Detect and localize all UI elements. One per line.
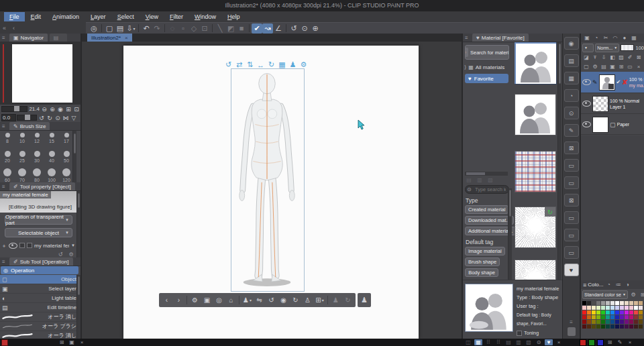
subtool-brush-item[interactable]: オーラ 消し	[0, 312, 80, 322]
brush-size-8[interactable]: 8	[0, 131, 15, 143]
color-swatch[interactable]	[615, 306, 619, 310]
body-shape-icon[interactable]: ♟▾	[241, 294, 253, 306]
selected-material-thumbnail[interactable]	[465, 284, 513, 332]
edit-color-set-icon[interactable]: ⚙	[629, 292, 637, 298]
brush-size-17[interactable]: 17	[59, 131, 74, 143]
navigator-rotate-value[interactable]: 0.0	[1, 114, 16, 121]
tab-subview[interactable]: ▤	[50, 34, 67, 42]
rotate-left-icon[interactable]: ↺	[38, 115, 46, 121]
material-image-icon[interactable]: ▭	[564, 211, 579, 224]
eye-icon[interactable]	[582, 79, 591, 85]
layer-property-tab-icon[interactable]: ◔	[592, 35, 600, 41]
layer-row-paper[interactable]: ▢ Paper	[581, 115, 644, 135]
default-tag-filter-button[interactable]: Brush shape	[465, 257, 500, 266]
color-set-combo[interactable]: Standard color set ▼	[582, 290, 628, 299]
folder-edit-icon[interactable]: ▧	[486, 177, 494, 183]
zoom-reset-icon[interactable]: ◉	[56, 106, 64, 113]
edit-pixels-icon[interactable]: ✐	[626, 54, 634, 60]
transform-icon[interactable]: ⊡	[199, 23, 210, 34]
3d-drawing-figure[interactable]	[231, 69, 303, 290]
brush-size-40[interactable]: 40	[44, 143, 59, 163]
text-layer-icon[interactable]: Ŧ	[591, 54, 599, 60]
snap-grid-icon[interactable]: ∠	[273, 23, 284, 34]
color-swatch[interactable]	[620, 301, 624, 305]
search-icon[interactable]: ⊙	[299, 23, 310, 34]
search-materials-button[interactable]: ⊙ Search for materials	[465, 45, 509, 60]
convert-layer-icon[interactable]: ♟	[330, 294, 341, 306]
draft-layer-icon[interactable]: ⇩	[600, 54, 608, 60]
snap-ruler-icon[interactable]: ✔	[252, 23, 262, 34]
favorite-material-icon[interactable]: ♥	[545, 339, 553, 345]
select-marquee-icon[interactable]: ◌	[167, 23, 178, 34]
checkbox[interactable]	[19, 243, 25, 248]
menu-burger-icon[interactable]: ≡	[2, 123, 7, 129]
delete-layer-icon[interactable]: ×	[635, 64, 643, 70]
favorite-item[interactable]: ♥ Favorite	[465, 74, 508, 83]
type-filter-button[interactable]: Created material	[465, 205, 508, 214]
eye-icon[interactable]	[582, 101, 591, 107]
menu-view[interactable]: View	[140, 12, 164, 21]
color-swatch[interactable]	[596, 310, 600, 314]
color-swatch[interactable]	[582, 320, 586, 324]
reset-tool-icon[interactable]: ↺	[56, 251, 64, 257]
color-swatch[interactable]	[639, 306, 643, 310]
color-swatch[interactable]	[592, 306, 596, 310]
history-icon[interactable]: ◔	[564, 89, 579, 102]
color-chip[interactable]	[580, 339, 586, 346]
grid-tab-icon[interactable]: ▦	[630, 35, 638, 41]
color-swatch[interactable]	[610, 320, 614, 324]
sub-view-icon[interactable]: ▤	[564, 54, 579, 67]
brush-size-20[interactable]: 20	[0, 143, 15, 163]
color-swatch[interactable]	[615, 325, 619, 329]
color-swatch[interactable]	[601, 320, 605, 324]
new-layer-settings-icon[interactable]: ⚙	[591, 64, 599, 70]
subtool-light-table[interactable]: ◐Light table	[0, 294, 80, 303]
color-swatch[interactable]	[592, 325, 596, 329]
color-swatch[interactable]	[601, 306, 605, 310]
chevron-down-icon[interactable]: ▼	[71, 243, 75, 247]
new-layer-icon[interactable]: ▢	[582, 64, 590, 70]
color-swatch[interactable]	[625, 325, 629, 329]
brush-size-50[interactable]: 50	[59, 143, 74, 163]
menu-burger-icon[interactable]: ≡	[583, 282, 586, 288]
brush-size-12[interactable]: 12	[30, 131, 44, 143]
transparent-part-dropdown[interactable]: Operation of transparent part ▼	[5, 215, 72, 225]
close-tab-icon[interactable]: ×	[125, 35, 128, 41]
quick-access-icon[interactable]: ◉	[564, 37, 579, 50]
material-favorite-icon[interactable]: ♥	[564, 264, 579, 276]
color-swatch[interactable]	[615, 320, 619, 324]
color-swatch[interactable]	[606, 306, 610, 310]
color-swatch[interactable]	[582, 301, 586, 305]
color-swatch[interactable]	[634, 325, 638, 329]
color-swatch[interactable]	[596, 320, 600, 324]
item-search-icon[interactable]: ⊙	[564, 107, 579, 119]
horizontal-scrollbar[interactable]	[465, 172, 508, 176]
mask-visibility-icon[interactable]: ⊠	[635, 54, 643, 60]
color-swatch[interactable]	[639, 301, 643, 305]
color-swatch[interactable]	[620, 306, 624, 310]
information-icon[interactable]: ⊠	[564, 141, 579, 154]
color-swatch[interactable]	[620, 325, 624, 329]
all-materials-item[interactable]: ⟩ ▦ All materials	[464, 62, 511, 72]
color-swatch[interactable]	[634, 306, 638, 310]
color-swatch[interactable]	[601, 310, 605, 314]
deselect-icon[interactable]: ▫	[178, 23, 189, 34]
tab-material-favorite[interactable]: ♥ Material [Favorite]	[472, 34, 529, 42]
color-swatch[interactable]	[606, 320, 610, 324]
color-swatch[interactable]	[606, 325, 610, 329]
material-monochromatic-icon[interactable]: ▭	[564, 176, 579, 189]
zoom-in-icon[interactable]: ⊕	[48, 106, 56, 113]
camera-angle-icon[interactable]: ▣	[201, 294, 213, 306]
new-canvas-icon[interactable]: ▢	[104, 23, 115, 34]
color-swatch[interactable]	[587, 310, 591, 314]
color-swatch[interactable]	[639, 320, 643, 324]
color-swatch[interactable]	[634, 315, 638, 319]
paste-material-icon[interactable]: ▥	[515, 339, 523, 345]
duplicate-subtool-icon[interactable]: ▣	[68, 339, 76, 345]
view-grid-icon[interactable]: ▦	[474, 339, 482, 345]
flip-horizontal-icon[interactable]: ⋈	[62, 115, 70, 121]
checkbox[interactable]	[27, 243, 32, 248]
material-manga-icon[interactable]: ⊠	[564, 194, 579, 207]
color-swatch[interactable]	[610, 315, 614, 319]
expand-arrow-icon[interactable]: ⟩	[464, 64, 466, 70]
